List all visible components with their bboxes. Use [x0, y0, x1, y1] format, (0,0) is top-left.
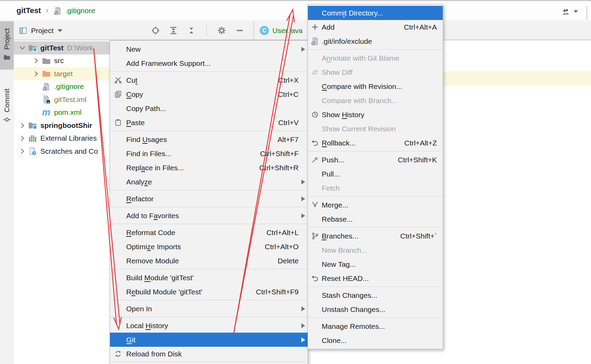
chevron-right-icon[interactable] — [32, 57, 41, 65]
chevron-right-icon[interactable] — [32, 70, 41, 78]
menu-item-label: Remove Module — [126, 257, 179, 265]
menu-item-analyze[interactable]: Analyze — [110, 175, 308, 189]
tree-item-label: Scratches and Co — [40, 147, 98, 155]
menu-item-label: Open In — [126, 305, 152, 313]
users-icon[interactable] — [561, 7, 570, 16]
menu-item-compare-with-branch[interactable]: Compare with Branch... — [308, 93, 443, 108]
menu-item-show-current-revision[interactable]: Show Current Revision — [308, 122, 443, 136]
menu-item-label: Branches... — [322, 232, 358, 240]
menu-separator — [308, 48, 443, 51]
editor-tab-label: User.java — [272, 27, 303, 35]
menu-item-annotate-with-git-blame[interactable]: Annotate with Git Blame — [308, 51, 443, 65]
menu-item-label: Show Diff — [322, 68, 353, 77]
menu-item-git[interactable]: Git — [110, 333, 308, 347]
push-arrow-icon — [308, 156, 322, 164]
breadcrumb-file[interactable]: .gitignore — [65, 7, 95, 15]
chevron-right-icon[interactable] — [18, 147, 27, 155]
menu-item-show-diff[interactable]: Show Diff — [308, 65, 443, 79]
menu-item-build-module-gittest[interactable]: Build Module 'gitTest' — [110, 271, 308, 285]
menu-item-shortcut: Ctrl+C — [268, 90, 299, 99]
hide-panel-icon[interactable] — [235, 26, 244, 35]
tree-item-path: D:\Work — [67, 44, 93, 52]
tool-tab-project[interactable]: Project — [0, 21, 14, 70]
menu-item-refactor[interactable]: Refactor — [110, 192, 308, 206]
menu-item-new[interactable]: New — [110, 42, 308, 56]
menu-item-add[interactable]: AddCtrl+Alt+A — [308, 20, 443, 34]
breadcrumb-project[interactable]: gitTest — [17, 6, 41, 15]
menu-item-find-usages[interactable]: Find UsagesAlt+F7 — [110, 132, 308, 146]
locate-icon[interactable] — [151, 26, 160, 35]
menu-separator — [110, 299, 308, 302]
menu-item-branches[interactable]: Branches...Ctrl+Shift+` — [308, 229, 443, 243]
menu-item-label: Paste — [126, 119, 145, 127]
menu-item-commit-directory[interactable]: Commit Directory... — [308, 6, 443, 20]
dropdown-arrow-icon[interactable] — [573, 9, 579, 15]
tree-item-label: pom.xml — [54, 108, 81, 117]
menu-item-unstash-changes[interactable]: Unstash Changes... — [308, 302, 443, 316]
menu-item-copy-path[interactable]: Copy Path... — [110, 101, 308, 115]
menu-item-reload-from-disk[interactable]: Reload from Disk — [110, 347, 308, 361]
menu-item-find-in-files[interactable]: Find in Files...Ctrl+Shift+F — [110, 146, 308, 161]
menu-item-reformat-code[interactable]: Reformat CodeCtrl+Alt+L — [110, 225, 308, 240]
menu-item-new-tag[interactable]: New Tag... — [308, 257, 443, 271]
undo-icon — [308, 274, 322, 282]
menu-item-label: Manage Remotes... — [322, 322, 385, 331]
menu-item-clone[interactable]: Clone... — [308, 333, 443, 347]
menu-item-optimize-imports[interactable]: Optimize ImportsCtrl+Alt+O — [110, 240, 308, 254]
chevron-right-icon[interactable] — [18, 134, 27, 142]
menu-item-local-history[interactable]: Local History — [110, 318, 308, 333]
menu-item-copy[interactable]: CopyCtrl+C — [110, 87, 308, 101]
menu-item-stash-changes[interactable]: Stash Changes... — [308, 288, 443, 302]
editor-tab-user-java[interactable]: C User.java — [254, 21, 308, 40]
module-folder-icon — [27, 43, 38, 53]
menu-item-rollback[interactable]: Rollback...Ctrl+Alt+Z — [308, 136, 443, 150]
chevron-right-icon[interactable] — [18, 121, 27, 130]
menu-separator — [110, 130, 308, 132]
menu-item-compare-with-revision[interactable]: Compare with Revision... — [308, 79, 443, 93]
menu-item-rebase[interactable]: Rebase... — [308, 212, 443, 226]
submenu-arrow-icon — [299, 306, 308, 311]
menu-item-merge[interactable]: Merge... — [308, 198, 443, 212]
menu-item-remove-module[interactable]: Remove ModuleDelete — [110, 254, 308, 268]
project-view-icon[interactable] — [19, 26, 28, 35]
menu-item-fetch[interactable]: Fetch — [308, 181, 443, 195]
paste-icon — [110, 119, 126, 127]
menu-item-show-history[interactable]: Show History — [308, 108, 443, 122]
folder-icon — [41, 56, 51, 65]
menu-item-label: Build Module 'gitTest' — [126, 274, 194, 282]
merge-icon — [308, 201, 322, 209]
window-edge-divider — [587, 6, 587, 20]
project-panel-title[interactable]: Project — [31, 27, 53, 35]
menu-item-label: Replace in Files... — [126, 164, 184, 172]
menu-item-label: Reset HEAD... — [322, 274, 369, 283]
project-view-caret-icon[interactable] — [58, 29, 62, 32]
menu-item-paste[interactable]: PasteCtrl+V — [110, 115, 308, 130]
menu-item-label: New — [126, 45, 141, 53]
menu-item-rebuild-module-gittest[interactable]: Rebuild Module 'gitTest'Ctrl+Shift+F9 — [110, 285, 308, 299]
menu-separator — [308, 150, 443, 153]
menu-item-add-to-favorites[interactable]: Add to Favorites — [110, 209, 308, 223]
libraries-icon — [27, 133, 38, 143]
chevron-down-icon[interactable] — [18, 44, 27, 52]
menu-item-label: Find Usages — [126, 135, 167, 144]
tool-tab-commit[interactable]: Commit — [0, 72, 14, 141]
java-class-icon: C — [260, 26, 269, 35]
menu-item-add-framework-support[interactable]: Add Framework Support... — [110, 56, 308, 70]
collapse-all-icon[interactable] — [169, 26, 178, 35]
chevron-spacer — [32, 108, 41, 117]
tree-item-label: target — [54, 70, 73, 78]
menu-item-git-info-exclude[interactable]: .git/info/exclude — [308, 34, 443, 48]
menu-item-manage-remotes[interactable]: Manage Remotes... — [308, 319, 443, 333]
menu-item-replace-in-files[interactable]: Replace in Files...Ctrl+Shift+R — [110, 161, 308, 175]
settings-gear-icon[interactable] — [217, 26, 226, 35]
menu-item-new-branch[interactable]: New Branch... — [308, 243, 443, 257]
git-submenu: Commit Directory...AddCtrl+Alt+A.git/inf… — [308, 4, 443, 349]
menu-item-pull[interactable]: Pull... — [308, 167, 443, 181]
menu-item-reset-head[interactable]: Reset HEAD... — [308, 271, 443, 285]
menu-item-push[interactable]: Push...Ctrl+Shift+K — [308, 153, 443, 167]
menu-item-cut[interactable]: CutCtrl+X — [110, 73, 308, 87]
menu-item-open-in[interactable]: Open In — [110, 302, 308, 316]
expand-all-icon[interactable] — [187, 26, 196, 35]
submenu-arrow-icon — [299, 47, 308, 52]
tree-item-label: .gitignore — [54, 82, 84, 91]
